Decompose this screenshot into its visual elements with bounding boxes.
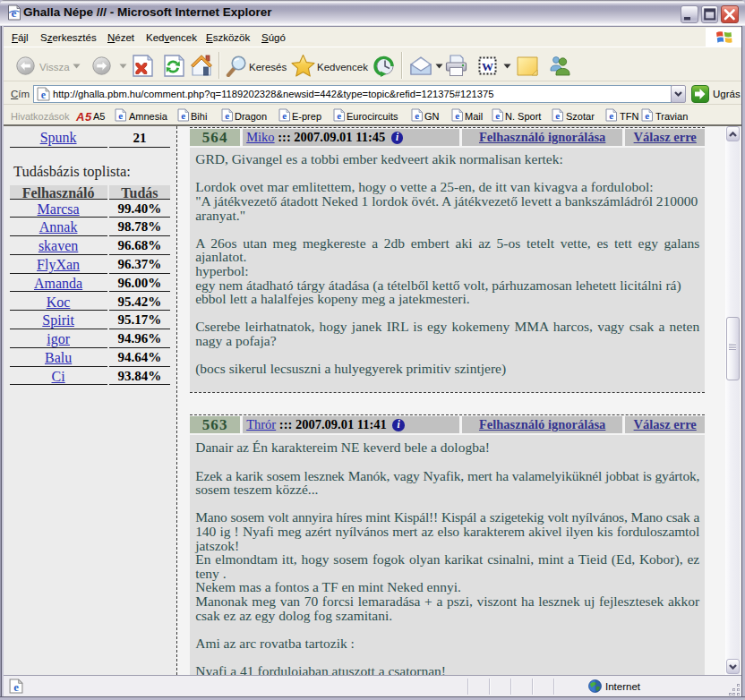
- svg-text:e: e: [12, 6, 17, 20]
- svg-text:e: e: [13, 681, 19, 694]
- svg-text:W: W: [482, 60, 493, 73]
- svg-text:e: e: [41, 89, 47, 101]
